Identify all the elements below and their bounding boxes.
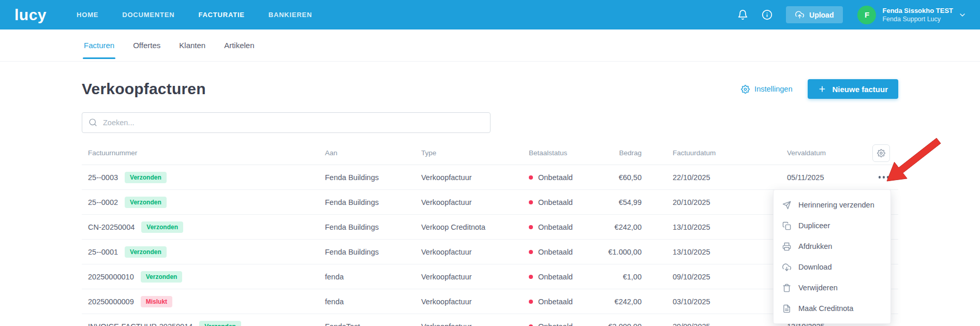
status-badge: Verzonden (125, 246, 167, 258)
cell-type: Verkoopfactuur (421, 298, 529, 306)
cell-type: Verkoopfactuur (421, 248, 529, 256)
printer-icon (782, 242, 791, 251)
topbar-right: Upload F Fenda Sissokho TEST Fenda Suppo… (724, 6, 967, 24)
cell-type: Verkoopfactuur (421, 322, 529, 326)
upload-cloud-icon (795, 10, 804, 19)
betaalstatus-label: Onbetaald (538, 198, 573, 206)
user-name: Fenda Sissokho TEST (882, 7, 953, 14)
menu-item-label: Download (798, 263, 832, 271)
cell-betaalstatus: Onbetaald (529, 198, 601, 206)
cell-bedrag: €3.000,00 (601, 322, 653, 326)
cell-factuurdatum: 09/10/2025 (653, 273, 767, 281)
cell-factuurdatum: 29/09/2025 (653, 322, 767, 326)
settings-link[interactable]: Instellingen (741, 85, 792, 94)
menu-item-afdrukken[interactable]: Afdrukken (774, 236, 890, 257)
menu-item-herinnering-verzenden[interactable]: Herinnering verzenden (774, 195, 890, 215)
status-badge: Verzonden (141, 221, 183, 233)
tab-offertes[interactable]: Offertes (132, 29, 161, 61)
cell-aan: Fenda Buildings (325, 198, 421, 206)
page-header: Verkoopfacturen Instellingen Nieuwe fact… (82, 79, 898, 99)
tab-facturen[interactable]: Facturen (83, 29, 115, 61)
nav-documenten[interactable]: DOCUMENTEN (122, 11, 174, 19)
page-header-actions: Instellingen Nieuwe factuur (741, 79, 898, 99)
app-logo[interactable]: lucy (14, 6, 47, 24)
row-actions-button[interactable] (878, 172, 890, 183)
unpaid-dot-icon (529, 300, 533, 304)
cell-bedrag: €54,99 (601, 198, 653, 206)
table-settings-button[interactable] (872, 144, 890, 162)
betaalstatus-label: Onbetaald (538, 273, 573, 281)
invoice-number: INVOICE-FACTUUR-20250014 (88, 322, 192, 326)
invoice-number: 20250000010 (88, 273, 134, 281)
nav-home[interactable]: HOME (77, 11, 98, 19)
upload-button-label: Upload (809, 11, 834, 19)
chevron-down-icon (958, 11, 967, 19)
nav-bankieren[interactable]: BANKIEREN (269, 11, 312, 19)
betaalstatus-label: Onbetaald (538, 322, 573, 326)
invoice-number: CN-20250004 (88, 223, 135, 231)
tab-artikelen[interactable]: Artikelen (223, 29, 255, 61)
nav-facturatie[interactable]: FACTURATIE (198, 11, 244, 19)
cell-factuurdatum: 03/10/2025 (653, 298, 767, 306)
upload-button[interactable]: Upload (786, 6, 843, 23)
trash-icon (782, 284, 791, 292)
menu-item-download[interactable]: Download (774, 257, 890, 277)
new-invoice-button[interactable]: Nieuwe factuur (808, 79, 898, 99)
plus-icon (818, 85, 826, 93)
invoice-number: 25--0002 (88, 198, 118, 206)
status-badge: Verzonden (141, 271, 183, 283)
cell-bedrag: €1.000,00 (601, 248, 653, 256)
file-text-icon (782, 304, 791, 313)
gear-icon (877, 149, 885, 157)
cell-aan: fenda (325, 298, 421, 306)
cell-aan: FendaTest (325, 322, 421, 326)
invoice-number: 25--0001 (88, 248, 118, 256)
betaalstatus-label: Onbetaald (538, 248, 573, 256)
download-cloud-icon (782, 263, 791, 272)
cell-betaalstatus: Onbetaald (529, 223, 601, 231)
notifications-button[interactable] (737, 9, 748, 20)
cell-factuurdatum: 22/10/2025 (653, 173, 767, 182)
header-factuurdatum: Factuurdatum (653, 149, 767, 157)
search-input[interactable] (82, 112, 491, 133)
bell-icon (737, 9, 748, 20)
invoice-number: 25--0003 (88, 173, 118, 182)
cell-aan: Fenda Buildings (325, 248, 421, 256)
status-badge: Verzonden (125, 172, 167, 183)
row-context-menu: Herinnering verzenden Dupliceer Afdrukke… (773, 189, 891, 324)
betaalstatus-label: Onbetaald (538, 173, 573, 182)
settings-link-label: Instellingen (754, 85, 792, 93)
user-text: Fenda Sissokho TEST Fenda Support Lucy (882, 7, 953, 23)
table-header-row: Factuurnummer Aan Type Betaalstatus Bedr… (82, 141, 898, 165)
status-badge: Verzonden (199, 321, 241, 326)
avatar: F (857, 6, 876, 24)
info-icon (762, 9, 773, 20)
new-invoice-button-label: Nieuwe factuur (832, 85, 888, 94)
unpaid-dot-icon (529, 275, 533, 279)
cell-betaalstatus: Onbetaald (529, 273, 601, 281)
menu-item-verwijderen[interactable]: Verwijderen (774, 277, 890, 298)
status-badge: Mislukt (141, 296, 172, 307)
header-factuurnummer: Factuurnummer (82, 149, 325, 157)
unpaid-dot-icon (529, 250, 533, 254)
cell-aan: Fenda Buildings (325, 223, 421, 231)
cell-type: Verkoopfactuur (421, 273, 529, 281)
status-badge: Verzonden (125, 197, 167, 208)
cell-aan: fenda (325, 273, 421, 281)
cell-bedrag: €242,00 (601, 298, 653, 306)
tab-klanten[interactable]: Klanten (178, 29, 206, 61)
user-menu[interactable]: F Fenda Sissokho TEST Fenda Support Lucy (857, 6, 967, 24)
cell-bedrag: €1,00 (601, 273, 653, 281)
cell-type: Verkoopfactuur (421, 198, 529, 206)
topbar: lucy HOME DOCUMENTEN FACTURATIE BANKIERE… (0, 0, 980, 29)
cell-betaalstatus: Onbetaald (529, 322, 601, 326)
cell-betaalstatus: Onbetaald (529, 298, 601, 306)
table-row[interactable]: 25--0003 Verzonden Fenda Buildings Verko… (82, 165, 898, 190)
help-button[interactable] (762, 9, 773, 20)
cell-factuurdatum: 13/10/2025 (653, 248, 767, 256)
unpaid-dot-icon (529, 324, 533, 326)
cell-betaalstatus: Onbetaald (529, 173, 601, 182)
menu-item-dupliceer[interactable]: Dupliceer (774, 215, 890, 236)
menu-item-maak-creditnota[interactable]: Maak Creditnota (774, 298, 890, 319)
search-icon (88, 118, 97, 127)
